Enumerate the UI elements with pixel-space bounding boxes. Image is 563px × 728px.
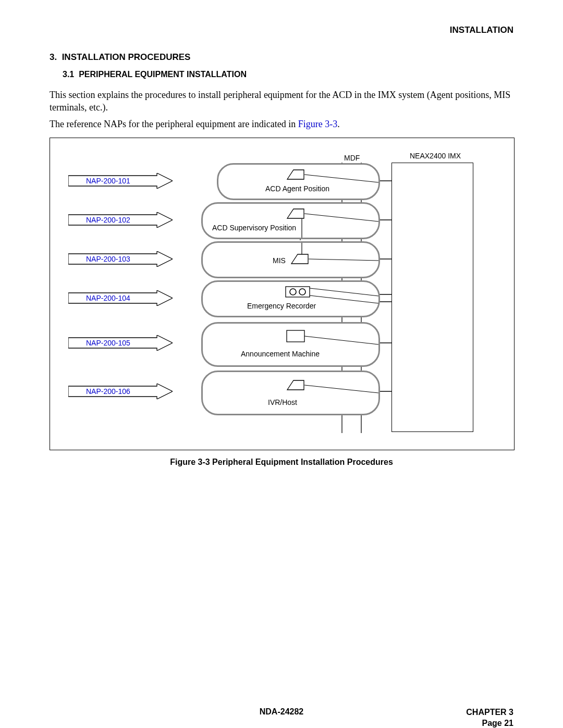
equip-ivr-host: IVR/Host [201,371,380,415]
subsection-heading: PERIPHERAL EQUIPMENT INSTALLATION [79,70,247,79]
equip-acd-supervisory: ACD Supervisory Position [201,202,380,239]
nap-arrow-103[interactable]: NAP-200-103 [68,251,173,267]
footer-page: Page 21 [465,718,513,728]
equip-internal-line [218,165,378,199]
equip-label: Announcement Machine [241,350,320,358]
subsection-number: 3.1 [63,70,74,79]
svg-line-44 [304,336,378,344]
svg-line-41 [310,288,378,296]
equip-label: MIS [273,256,286,265]
figure-container: MDF NEAX2400 IMX NAP-200-101 [50,138,515,450]
paragraph-2: The reference NAPs for the peripheral eq… [50,118,513,130]
equip-emergency-recorder: Emergency Recorder [201,280,380,317]
paragraph-1: This section explains the procedures to … [50,89,513,114]
equip-label: ACD Agent Position [265,184,329,193]
section-number: 3. [50,52,57,62]
equip-label: Emergency Recorder [247,302,316,310]
equip-internal-line [203,204,378,238]
nap-code: NAP-200-104 [86,294,130,302]
nap-code: NAP-200-105 [86,339,130,347]
nap-code: NAP-200-101 [86,177,130,185]
nap-arrow-102[interactable]: NAP-200-102 [68,212,173,228]
subsection-title: 3.1 PERIPHERAL EQUIPMENT INSTALLATION [63,70,247,79]
nap-code: NAP-200-102 [86,216,130,224]
svg-line-31 [304,175,378,182]
section-heading: INSTALLATION PROCEDURES [62,52,191,62]
nap-arrow-104[interactable]: NAP-200-104 [68,290,173,306]
equip-label: ACD Supervisory Position [212,224,296,232]
nap-arrow-105[interactable]: NAP-200-105 [68,335,173,351]
svg-line-42 [310,295,378,303]
equip-internal-line [203,324,378,365]
paragraph-2-post: . [337,119,340,129]
figure-caption: Figure 3-3 Peripheral Equipment Installa… [0,458,563,467]
nap-arrow-106[interactable]: NAP-200-106 [68,384,173,399]
equip-mis: MIS [201,241,380,278]
nap-arrow-101[interactable]: NAP-200-101 [68,173,173,189]
equip-internal-line [203,372,378,414]
nap-code: NAP-200-106 [86,387,130,396]
equip-label: IVR/Host [268,398,297,406]
running-header: INSTALLATION [450,25,513,35]
equip-announcement: Announcement Machine [201,322,380,367]
equip-internal-line [203,282,378,316]
footer-chapter: CHAPTER 3 [465,707,513,718]
svg-line-36 [309,259,378,261]
equip-acd-agent: ACD Agent Position [217,163,380,200]
imx-box [391,163,473,432]
svg-line-46 [304,385,378,393]
figure-link[interactable]: Figure 3-3 [298,119,338,129]
svg-line-33 [304,214,378,221]
doc-number: NDA-24282 [260,707,303,717]
equip-internal-line [203,243,378,277]
nap-code: NAP-200-103 [86,255,130,263]
paragraph-2-pre: The reference NAPs for the peripheral eq… [50,119,298,129]
section-title: 3. INSTALLATION PROCEDURES [50,52,190,63]
